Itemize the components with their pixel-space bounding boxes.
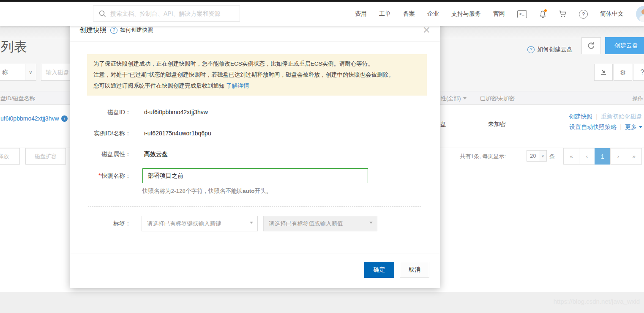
pagination-prev[interactable]: ‹	[579, 148, 595, 165]
chevron-down-icon	[463, 97, 467, 101]
how-to-create-disk: ? 如何创建云盘	[527, 41, 573, 58]
auto-snapshot-policy-link[interactable]: 设置自动快照策略	[569, 124, 617, 130]
field-instance: 实例ID/名称： i-uf628175n4uwor1bq6pu	[70, 130, 440, 137]
disk-id-link[interactable]: uf6i0pbbmo42xtjj3hvw	[0, 115, 59, 122]
column-help-button[interactable]: ?	[633, 64, 644, 81]
warning-box: 为了保证快照创建成功，正在创建快照时，您不能修改ECS实例状态，比如停止或重启E…	[87, 54, 427, 96]
disk-row-actions: 创建快照|重新初始化磁盘 设置自动快照策略|更多	[569, 111, 642, 132]
warning-line-3-text: 您可以通过订阅系统事件在快照创建完成后收到通知	[93, 82, 225, 89]
gear-icon: ⚙	[620, 69, 626, 77]
instance-id-value: i-uf628175n4uwor1bq6pu	[144, 130, 211, 137]
search-icon	[98, 10, 106, 17]
tag-label: 标签：	[70, 220, 131, 228]
column-encryption: 已加密/未加密	[480, 95, 515, 102]
pagination-first[interactable]: «	[563, 148, 579, 165]
chevron-down-icon	[250, 222, 253, 225]
top-black-strip	[0, 0, 644, 2]
hint-suffix: 开头。	[255, 188, 272, 194]
warning-line-2: 注意，对处于"已过期"状态的磁盘创建快照时，若磁盘已达到过期释放时间，磁盘会被释…	[93, 69, 420, 80]
reinit-disk-link: 重新初始化磁盘	[601, 113, 642, 120]
field-tags: 标签： 请选择已有标签键或输入新键 请选择已有标签值或输入新值	[70, 216, 440, 231]
help-circle-icon: ?	[527, 46, 535, 53]
refresh-button[interactable]	[581, 37, 601, 54]
field-snapshot-name: *快照名称：	[70, 168, 440, 183]
resize-disk-button[interactable]: 磁盘扩容	[25, 148, 66, 165]
modal-title: 创建快照	[79, 26, 106, 35]
action-separator: |	[620, 124, 622, 130]
page-bottom-zone	[0, 292, 644, 313]
help-circle-icon: ?	[110, 27, 117, 34]
disk-id-value: d-uf6i0pbbmo42xtjj3hvw	[144, 109, 208, 115]
close-icon[interactable]: ✕	[423, 25, 431, 35]
column-attribute[interactable]: 性(全部)	[441, 95, 467, 102]
export-button[interactable]	[594, 64, 613, 81]
avatar[interactable]	[636, 6, 644, 22]
topnav-menu: 费用 工单 备案 企业 支持与服务 官网 >_ ? 简体中文	[355, 2, 644, 26]
nav-item-website[interactable]: 官网	[493, 10, 505, 18]
create-snapshot-modal: 创建快照 ? 如何创建快照 ✕ 为了保证快照创建成功，正在创建快照时，您不能修改…	[70, 19, 440, 288]
create-disk-button[interactable]: 创建云盘	[605, 37, 644, 54]
release-disk-button[interactable]: 释放	[0, 148, 20, 165]
page-title: 列表	[1, 38, 27, 56]
bell-icon[interactable]	[539, 10, 546, 18]
column-actions: 操作	[632, 95, 643, 102]
snapshot-name-label: *快照名称：	[70, 172, 131, 180]
cloudshell-icon[interactable]: >_	[517, 10, 527, 18]
learn-more-link[interactable]: 了解详情	[226, 82, 249, 89]
global-search[interactable]	[93, 5, 240, 22]
required-mark: *	[98, 172, 101, 179]
tag-key-placeholder: 请选择已有标签键或输入新键	[147, 220, 221, 228]
disk-id-label: 磁盘ID：	[70, 109, 131, 116]
top-navigation: 费用 工单 备案 企业 支持与服务 官网 >_ ? 简体中文	[0, 2, 644, 26]
watermark: https://blog.csdn.net/java_wxid	[554, 298, 640, 305]
tag-value-placeholder: 请选择已有标签值或输入新值	[269, 220, 343, 228]
help-circle-icon[interactable]: ?	[579, 10, 588, 19]
chevron-down-icon	[639, 126, 642, 130]
cancel-button[interactable]: 取消	[400, 262, 429, 278]
pagination: « ‹ 1 › »	[564, 148, 642, 165]
pagination-last[interactable]: »	[626, 148, 642, 165]
nav-item-enterprise[interactable]: 企业	[427, 10, 439, 18]
chevron-down-icon	[369, 222, 373, 225]
chevron-down-icon: ∨	[539, 151, 546, 161]
instance-id-label: 实例ID/名称：	[70, 130, 131, 137]
disk-encryption-cell: 未加密	[488, 121, 506, 128]
notification-dot	[544, 9, 547, 12]
disk-filter-select[interactable]: 称 ∨	[0, 64, 36, 81]
tag-key-select[interactable]: 请选择已有标签键或输入新键	[142, 216, 258, 231]
how-to-create-snapshot-link[interactable]: 如何创建快照	[120, 26, 153, 34]
snapshot-name-hint: 快照名称为2-128个字符，快照名不能以auto开头。	[142, 187, 272, 195]
warning-line-3: 您可以通过订阅系统事件在快照创建完成后收到通知 了解详情	[93, 80, 420, 91]
search-input[interactable]	[110, 10, 235, 17]
page-size-select[interactable]: 20 ∨	[527, 150, 547, 162]
dashed-divider	[88, 206, 421, 207]
hint-bold: auto	[243, 188, 255, 194]
pagination-next[interactable]: ›	[610, 148, 626, 165]
nav-item-support[interactable]: 支持与服务	[451, 10, 481, 18]
create-snapshot-link[interactable]: 创建快照	[569, 113, 592, 120]
filter-select-value: 称	[0, 69, 8, 76]
modal-footer: 确定 取消	[70, 253, 440, 288]
disk-attribute-cell: 盘	[440, 121, 446, 128]
info-circle-icon[interactable]: i	[61, 115, 68, 122]
column-disk-id: 盘ID/磁盘名称	[0, 95, 35, 102]
snapshot-name-input[interactable]	[142, 168, 368, 183]
action-separator: |	[596, 113, 598, 120]
export-icon	[600, 69, 607, 76]
question-icon: ?	[641, 69, 644, 76]
pagination-summary: 共有1条, 每页显示:	[460, 153, 506, 160]
confirm-button[interactable]: 确定	[364, 262, 394, 278]
page-size-unit: 条	[549, 153, 555, 160]
disk-attribute-value: 高效云盘	[144, 151, 168, 157]
how-to-create-disk-link[interactable]: 如何创建云盘	[537, 46, 573, 53]
nav-item-icp[interactable]: 备案	[403, 10, 415, 18]
nav-item-billing[interactable]: 费用	[355, 10, 367, 18]
more-link[interactable]: 更多	[625, 124, 642, 130]
field-disk-attribute: 磁盘属性： 高效云盘	[70, 151, 440, 158]
settings-button[interactable]: ⚙	[614, 64, 632, 81]
pagination-page-1[interactable]: 1	[595, 148, 611, 165]
tag-value-select[interactable]: 请选择已有标签值或输入新值	[263, 216, 377, 231]
cart-icon[interactable]	[559, 10, 567, 18]
language-switcher[interactable]: 简体中文	[600, 10, 624, 18]
nav-item-workorder[interactable]: 工单	[379, 10, 391, 18]
